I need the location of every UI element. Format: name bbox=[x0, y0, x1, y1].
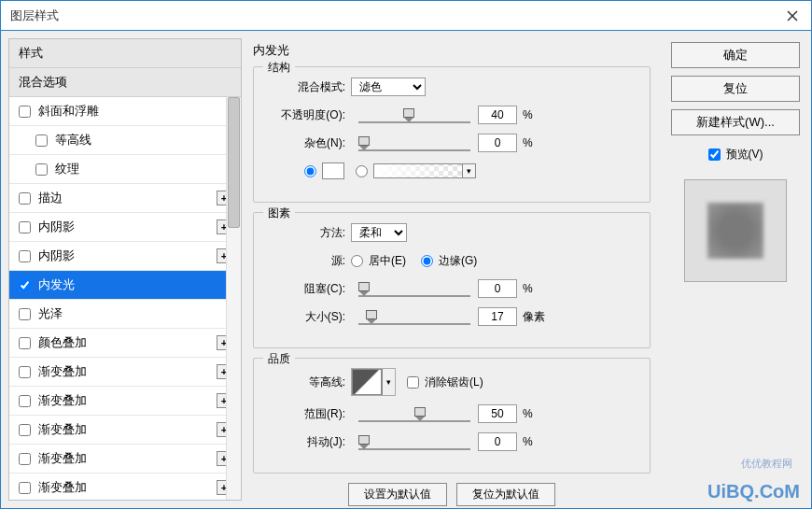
noise-label: 杂色(N): bbox=[267, 135, 351, 151]
styles-panel: 样式 混合选项 斜面和浮雕等高线纹理描边+内阴影+内阴影+内发光光泽颜色叠加+渐… bbox=[8, 38, 242, 501]
style-item-10[interactable]: 渐变叠加+ bbox=[9, 387, 241, 416]
contour-label: 等高线: bbox=[267, 375, 351, 390]
preview-box bbox=[684, 179, 787, 282]
choke-unit: % bbox=[523, 282, 533, 295]
dialog-content: 样式 混合选项 斜面和浮雕等高线纹理描边+内阴影+内阴影+内发光光泽颜色叠加+渐… bbox=[1, 31, 811, 508]
style-list: 斜面和浮雕等高线纹理描边+内阴影+内阴影+内发光光泽颜色叠加+渐变叠加+渐变叠加… bbox=[9, 97, 241, 500]
style-checkbox[interactable] bbox=[19, 308, 31, 320]
style-item-label: 光泽 bbox=[38, 305, 231, 322]
size-input[interactable] bbox=[478, 307, 517, 326]
color-radio[interactable] bbox=[304, 163, 344, 179]
style-item-2[interactable]: 纹理 bbox=[9, 155, 241, 184]
reset-default-button[interactable]: 复位为默认值 bbox=[456, 483, 555, 506]
size-slider[interactable] bbox=[358, 308, 470, 325]
blend-mode-select[interactable]: 滤色 bbox=[351, 78, 426, 96]
style-item-label: 描边 bbox=[38, 190, 217, 206]
element-title: 图素 bbox=[263, 205, 295, 221]
options-panel: 内发光 结构 混合模式: 滤色 不透明度(O): % 杂色(N): bbox=[242, 38, 662, 501]
source-center-radio[interactable]: 居中(E) bbox=[351, 253, 406, 269]
style-item-8[interactable]: 颜色叠加+ bbox=[9, 329, 241, 358]
layer-style-dialog: 图层样式 样式 混合选项 斜面和浮雕等高线纹理描边+内阴影+内阴影+内发光光泽颜… bbox=[0, 0, 812, 509]
style-item-label: 内阴影 bbox=[38, 247, 217, 264]
style-item-label: 渐变叠加 bbox=[38, 421, 217, 438]
noise-slider[interactable] bbox=[358, 134, 470, 151]
range-slider[interactable] bbox=[358, 405, 470, 422]
gradient-swatch[interactable]: ▾ bbox=[373, 163, 476, 178]
ok-button[interactable]: 确定 bbox=[671, 42, 800, 68]
style-checkbox[interactable] bbox=[19, 482, 31, 494]
panel-title: 内发光 bbox=[253, 42, 651, 59]
style-checkbox[interactable] bbox=[19, 279, 31, 291]
structure-title: 结构 bbox=[263, 60, 295, 76]
style-item-3[interactable]: 描边+ bbox=[9, 184, 241, 213]
style-item-label: 纹理 bbox=[55, 161, 231, 177]
jitter-input[interactable] bbox=[478, 432, 517, 451]
style-checkbox[interactable] bbox=[19, 395, 31, 407]
scrollbar-track[interactable] bbox=[226, 97, 241, 500]
scrollbar-thumb[interactable] bbox=[228, 97, 240, 228]
contour-picker[interactable]: ▾ bbox=[351, 368, 396, 396]
jitter-slider[interactable] bbox=[358, 433, 470, 450]
close-icon bbox=[787, 10, 798, 21]
size-unit: 像素 bbox=[523, 309, 545, 325]
watermark-text: 优优教程网 bbox=[741, 457, 792, 471]
gradient-dropdown-icon[interactable]: ▾ bbox=[462, 164, 475, 177]
opacity-slider[interactable] bbox=[358, 106, 470, 123]
choke-label: 阻塞(C): bbox=[267, 281, 351, 297]
style-item-1[interactable]: 等高线 bbox=[9, 126, 241, 155]
style-item-label: 渐变叠加 bbox=[38, 392, 217, 409]
style-item-label: 内阴影 bbox=[38, 219, 217, 235]
title-bar: 图层样式 bbox=[1, 1, 811, 31]
style-item-13[interactable]: 渐变叠加+ bbox=[9, 474, 241, 500]
style-checkbox[interactable] bbox=[19, 250, 31, 262]
style-item-5[interactable]: 内阴影+ bbox=[9, 242, 241, 271]
contour-dropdown-icon[interactable]: ▾ bbox=[382, 369, 395, 395]
style-item-0[interactable]: 斜面和浮雕 bbox=[9, 97, 241, 126]
set-default-button[interactable]: 设置为默认值 bbox=[348, 483, 447, 506]
style-item-label: 渐变叠加 bbox=[38, 479, 217, 496]
style-checkbox[interactable] bbox=[19, 366, 31, 378]
opacity-unit: % bbox=[523, 108, 533, 121]
style-checkbox[interactable] bbox=[35, 163, 48, 176]
preview-checkbox[interactable]: 预览(V) bbox=[671, 147, 800, 163]
close-button[interactable] bbox=[781, 5, 804, 27]
style-item-12[interactable]: 渐变叠加+ bbox=[9, 445, 241, 474]
method-label: 方法: bbox=[267, 225, 351, 241]
style-checkbox[interactable] bbox=[19, 192, 31, 205]
structure-group: 结构 混合模式: 滤色 不透明度(O): % 杂色(N): % bbox=[253, 66, 651, 203]
antialias-checkbox[interactable]: 消除锯齿(L) bbox=[407, 375, 483, 390]
source-label: 源: bbox=[267, 253, 351, 269]
reset-button[interactable]: 复位 bbox=[671, 76, 800, 102]
style-item-6[interactable]: 内发光 bbox=[9, 271, 241, 300]
style-checkbox[interactable] bbox=[19, 453, 31, 465]
style-checkbox[interactable] bbox=[19, 106, 31, 118]
color-swatch[interactable] bbox=[322, 163, 344, 179]
method-select[interactable]: 柔和 bbox=[351, 223, 407, 242]
quality-group: 品质 等高线: ▾ 消除锯齿(L) 范围(R): % 抖动(J): bbox=[253, 358, 651, 474]
source-edge-radio[interactable]: 边缘(G) bbox=[421, 253, 477, 269]
element-group: 图素 方法: 柔和 源: 居中(E) 边缘(G) 阻塞(C): % bbox=[253, 212, 651, 348]
opacity-input[interactable] bbox=[478, 106, 517, 124]
gradient-radio[interactable]: ▾ bbox=[356, 163, 476, 178]
watermark-logo: UiBQ.CoM bbox=[707, 481, 800, 502]
blend-options-item[interactable]: 混合选项 bbox=[9, 68, 241, 97]
style-item-9[interactable]: 渐变叠加+ bbox=[9, 358, 241, 387]
style-item-7[interactable]: 光泽 bbox=[9, 300, 241, 329]
style-item-11[interactable]: 渐变叠加+ bbox=[9, 416, 241, 445]
noise-input[interactable] bbox=[478, 134, 517, 152]
range-input[interactable] bbox=[478, 404, 517, 423]
style-checkbox[interactable] bbox=[19, 424, 31, 436]
range-unit: % bbox=[523, 407, 533, 420]
styles-header: 样式 bbox=[9, 39, 241, 68]
window-title: 图层样式 bbox=[10, 7, 59, 24]
choke-input[interactable] bbox=[478, 279, 517, 298]
new-style-button[interactable]: 新建样式(W)... bbox=[671, 109, 800, 135]
size-label: 大小(S): bbox=[267, 309, 351, 325]
range-label: 范围(R): bbox=[267, 406, 351, 422]
choke-slider[interactable] bbox=[358, 280, 470, 297]
style-checkbox[interactable] bbox=[35, 134, 48, 147]
style-item-label: 内发光 bbox=[38, 276, 231, 293]
style-item-4[interactable]: 内阴影+ bbox=[9, 213, 241, 242]
style-checkbox[interactable] bbox=[19, 221, 31, 233]
style-checkbox[interactable] bbox=[19, 337, 31, 349]
